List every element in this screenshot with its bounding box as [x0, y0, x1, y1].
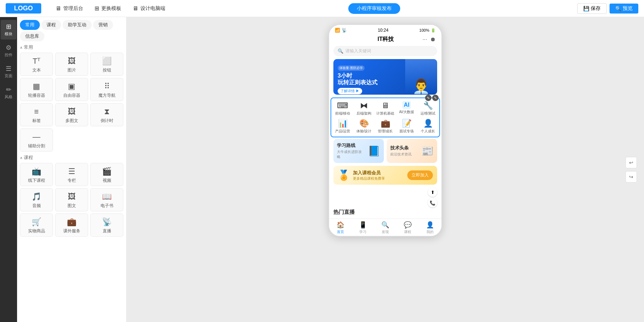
component-outside-service[interactable]: 💼 课外服务 [55, 213, 88, 237]
cat-computer-icon: 🖥 [381, 101, 389, 110]
component-offline-course[interactable]: 📺 线下课程 [20, 163, 53, 186]
search-bar[interactable]: 🔍 请输入关键词 [333, 46, 437, 56]
common-component-grid: Tᵀ 文本 🖼 图片 ⬜ 按钮 ▦ 轮播容器 ▣ 自由容器 ⠿ 魔方导航 [20, 53, 123, 152]
page-title: IT科技 [349, 36, 423, 43]
preview-icon: 🔍 [615, 6, 621, 11]
component-live[interactable]: 📡 直播 [90, 213, 123, 237]
cat-computer[interactable]: 🖥 计算机基础 [375, 101, 395, 116]
component-magic-nav[interactable]: ⠿ 魔方导航 [90, 78, 123, 101]
tab-course[interactable]: 课程 [41, 20, 61, 30]
sidebar-item-control[interactable]: ⚙ 控件 [1, 41, 16, 60]
preview-button[interactable]: 🔍 预览 [610, 4, 638, 14]
phone-float-btn[interactable]: 📞 [428, 198, 437, 207]
member-banner: 🏅 加入课程会员 更多精品课程免费享 立即加入 [333, 166, 437, 185]
learn-news-title: 技术头条 [390, 145, 418, 151]
component-text[interactable]: Tᵀ 文本 [20, 53, 53, 76]
nav-admin[interactable]: 🖥 管理后台 [50, 0, 89, 17]
label-icon: ≡ [34, 107, 39, 116]
record-icon[interactable]: ⏺ [430, 36, 436, 43]
component-button[interactable]: ⬜ 按钮 [90, 53, 123, 76]
component-column[interactable]: ☰ 专栏 [55, 163, 88, 186]
cat-ops-icon: 🔧 [423, 101, 433, 110]
profile-icon: 👤 [426, 221, 434, 229]
bottom-nav: 🏠 首页 📱 学习 🔍 发现 💬 课程 👤 我的 [329, 218, 441, 236]
outside-service-icon: 💼 [67, 217, 76, 227]
category-edit-btn[interactable]: ✎ [425, 95, 431, 101]
top-right: 💾 保存 🔍 预览 [577, 3, 638, 14]
section-common-header: 常用 [20, 44, 123, 51]
cat-design[interactable]: 🎨 体验/设计 [354, 119, 374, 134]
component-countdown[interactable]: ⧗ 倒计时 [90, 103, 123, 126]
banner-btn[interactable]: 了解详情 ▶ [338, 88, 362, 94]
component-carousel[interactable]: ▦ 轮播容器 [20, 78, 53, 101]
publish-button[interactable]: 小程序审核发布 [348, 3, 400, 14]
nav-desktop-label: 设计电脑端 [140, 5, 165, 12]
member-join-btn[interactable]: 立即加入 [407, 170, 433, 180]
category-edit-btn2[interactable]: ✎ [432, 95, 439, 101]
save-button[interactable]: 💾 保存 [577, 3, 607, 14]
nav-template[interactable]: ⊞ 更换模板 [89, 0, 127, 17]
canvas-side-tools: ↩ ↪ [626, 157, 637, 183]
nav-desktop[interactable]: 🖥 设计电脑端 [127, 0, 171, 17]
cat-interview-icon: 📝 [402, 119, 412, 128]
component-ebook[interactable]: 📖 电子书 [90, 188, 123, 211]
learn-news-sub: 前沿技术资讯 [390, 152, 418, 157]
search-icon: 🔍 [338, 48, 343, 54]
component-video[interactable]: 🎬 视频 [90, 163, 123, 186]
component-free-container[interactable]: ▣ 自由容器 [55, 78, 88, 101]
free-container-icon: ▣ [68, 82, 75, 91]
learn-card-path[interactable]: 学习路线 大牛成长进阶攻略 📘 [333, 139, 384, 163]
component-divider[interactable]: — 辅助分割 [20, 128, 53, 152]
tab-info[interactable]: 信息库 [20, 31, 44, 41]
live-icon: 📡 [102, 217, 112, 227]
discover-icon: 🔍 [381, 221, 389, 229]
component-article[interactable]: 🖼 图文 [55, 188, 88, 211]
learn-news-icon: 📰 [421, 145, 434, 157]
panel-tabs: 常用 课程 助学互动 营销 信息库 [20, 20, 123, 41]
component-physical[interactable]: 🛒 实物商品 [20, 213, 53, 237]
live-section: 热门直播 [333, 209, 437, 216]
cat-frontend[interactable]: ⌨ 前端/移动 [333, 101, 353, 116]
sidebar-item-style[interactable]: ✏ 风格 [1, 83, 16, 102]
category-row2: 📊 产品/运营 🎨 体验/设计 💼 管理/成长 📝 面试专场 [331, 117, 439, 137]
undo-btn[interactable]: ↩ [626, 157, 637, 168]
tab-common[interactable]: 常用 [20, 20, 40, 30]
save-icon: 💾 [583, 6, 589, 11]
nav-discover[interactable]: 🔍 发现 [374, 221, 396, 234]
top-center: 小程序审核发布 [171, 3, 577, 14]
redo-btn[interactable]: ↪ [626, 171, 637, 183]
cat-personal[interactable]: 👤 个人成长 [418, 119, 438, 134]
phone-mockup: 📶 📡 10:24 100% 🔋 IT科技 ··· ⏺ [328, 24, 442, 237]
cat-ops[interactable]: 🔧 运维/测试 [418, 101, 438, 116]
member-icon: 🏅 [338, 169, 350, 181]
cat-interview[interactable]: 📝 面试专场 [397, 119, 417, 134]
sidebar-item-page[interactable]: ☰ 页面 [1, 62, 16, 81]
category-section: ✎ ✎ ⌨ 前端/移动 ⧓ 后端/架构 🖥 计算机基础 [331, 97, 440, 137]
component-label[interactable]: ≡ 标签 [20, 103, 53, 126]
main-layout: ⊞ 模块 ⚙ 控件 ☰ 页面 ✏ 风格 常用 课程 助学互动 营销 信息库 常用… [0, 17, 644, 322]
course-component-grid: 📺 线下课程 ☰ 专栏 🎬 视频 🎵 音频 🖼 图文 📖 电子书 [20, 163, 123, 237]
tab-marketing[interactable]: 营销 [93, 20, 113, 30]
nav-home[interactable]: 🏠 首页 [329, 221, 351, 234]
component-audio[interactable]: 🎵 音频 [20, 188, 53, 211]
component-multi-image[interactable]: 🖼 多图文 [55, 103, 88, 126]
nav-profile[interactable]: 👤 我的 [419, 221, 441, 234]
learn-card-news[interactable]: 技术头条 前沿技术资讯 📰 [387, 139, 437, 163]
learn-path-icon: 📘 [368, 145, 380, 157]
nav-courses[interactable]: 💬 课程 [397, 221, 419, 234]
cat-backend[interactable]: ⧓ 后端/架构 [354, 101, 374, 116]
cat-backend-icon: ⧓ [360, 101, 368, 110]
canvas-area: 📶 📡 10:24 100% 🔋 IT科技 ··· ⏺ [127, 17, 644, 322]
top-bar: LOGO 🖥 管理后台 ⊞ 更换模板 🖥 设计电脑端 小程序审核发布 💾 保存 … [0, 0, 644, 17]
logo: LOGO [6, 3, 41, 14]
sidebar-item-module[interactable]: ⊞ 模块 [1, 20, 16, 39]
cat-product[interactable]: 📊 产品/运营 [333, 119, 353, 134]
component-image[interactable]: 🖼 图片 [55, 53, 88, 76]
nav-learn[interactable]: 📱 学习 [351, 221, 374, 234]
tab-interactive[interactable]: 助学互动 [63, 20, 92, 30]
cat-ai[interactable]: AI AI/大数据 [397, 101, 417, 116]
more-icon[interactable]: ··· [423, 36, 427, 43]
cat-manage[interactable]: 💼 管理/成长 [375, 119, 395, 134]
audio-icon: 🎵 [32, 192, 41, 201]
share-btn[interactable]: ⬆ [428, 188, 437, 197]
